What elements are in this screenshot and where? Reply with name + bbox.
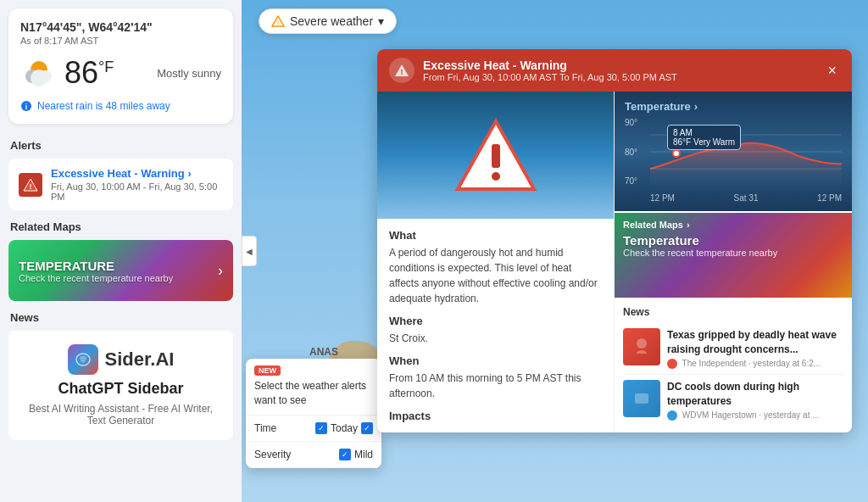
alert-triangle-svg: [453, 117, 538, 193]
weather-card: N17°44'45", W64°42'14" As of 8:17 AM AST…: [8, 8, 233, 124]
news-ad-section: Sider.AI ChatGPT Sidebar Best AI Writing…: [8, 331, 233, 440]
weather-icon: [20, 54, 58, 92]
alert-right-column: Temperature › 90° 80° 70°: [615, 92, 852, 432]
severe-weather-button[interactable]: ! Severe weather ▾: [259, 8, 397, 34]
chart-y-labels: 90° 80° 70°: [625, 118, 648, 186]
svg-point-16: [673, 150, 680, 157]
sider-brain-icon: [68, 344, 98, 375]
news-headline-1: Texas gripped by deadly heat wave raisin…: [667, 328, 843, 357]
filter-severity-label: Severity: [254, 449, 291, 460]
temp-map-arrow: ›: [218, 262, 223, 280]
weather-description: Mostly sunny: [157, 67, 221, 80]
temp-map-desc: Check the recent temperature nearby: [19, 273, 173, 283]
what-label: What: [389, 229, 602, 242]
filter-today-checkbox-2[interactable]: ✓: [361, 422, 373, 434]
filter-time-label: Time: [254, 422, 276, 434]
alert-image: [377, 92, 614, 219]
temp-chart-card[interactable]: Temperature › 90° 80° 70°: [615, 92, 852, 211]
alert-date: Fri, Aug 30, 10:00 AM - Fri, Aug 30, 5:0…: [51, 181, 223, 202]
temp-chart-title: Temperature ›: [625, 100, 842, 113]
chart-area: 90° 80° 70°: [625, 118, 842, 203]
sider-ad[interactable]: Sider.AI ChatGPT Sidebar Best AI Writing…: [8, 331, 233, 440]
where-label: Where: [389, 315, 602, 327]
svg-point-20: [637, 338, 647, 349]
related-map-title: Temperature: [623, 233, 843, 248]
sidebar: N17°44'45", W64°42'14" As of 8:17 AM AST…: [0, 0, 242, 502]
filter-today-checkbox[interactable]: ✓: [315, 422, 327, 434]
tooltip-temp: 86°F Very Warm: [673, 137, 735, 147]
chevron-down-icon: ▾: [378, 14, 384, 28]
svg-point-15: [492, 172, 500, 181]
news-thumb-1: [623, 328, 660, 365]
news-label: News: [0, 304, 242, 327]
where-text: St Croix.: [389, 331, 602, 346]
svg-rect-14: [492, 144, 500, 168]
news-text-2: DC cools down during high temperatures W…: [667, 380, 843, 421]
rain-info-icon: i: [20, 100, 32, 112]
news-thumb-2: [623, 380, 660, 417]
news-item-2[interactable]: DC cools down during high temperatures W…: [623, 375, 843, 426]
when-text: From 10 AM this morning to 5 PM AST this…: [389, 371, 602, 401]
temp-map-title: TEMPERATURE: [19, 259, 173, 273]
map-area[interactable]: ! Severe weather ▾ ANAS ◀ ! Excessive He…: [242, 0, 868, 502]
sider-desc: Best AI Writing Assistant - Free AI Writ…: [22, 403, 220, 427]
news-source-icon-1: [667, 359, 677, 369]
news-card: News Texas gripped by deadly heat wave r…: [615, 299, 852, 432]
alert-title: Excessive Heat - Warning ›: [51, 167, 223, 180]
sider-tagline: ChatGPT Sidebar: [22, 380, 220, 398]
when-label: When: [389, 354, 602, 367]
sider-logo: Sider.AI: [22, 344, 220, 375]
chart-x-labels: 12 PM Sat 31 12 PM: [650, 193, 842, 203]
collapse-icon: ◀: [246, 247, 253, 256]
map-collapse-button[interactable]: ◀: [242, 236, 257, 266]
chart-tooltip: 8 AM 86°F Very Warm: [667, 125, 741, 150]
related-maps-label: Related Maps: [0, 214, 242, 237]
news-source-1: The Independent · yesterday at 6:2...: [667, 359, 843, 369]
alert-panel-title: Excessive Heat - Warning: [423, 59, 677, 72]
news-source-icon-2: [667, 410, 677, 421]
related-maps-card[interactable]: Related Maps › Temperature Check the rec…: [615, 213, 852, 298]
temp-map-overlay: TEMPERATURE Check the recent temperature…: [8, 240, 233, 301]
alert-text: Excessive Heat - Warning › Fri, Aug 30, …: [51, 167, 223, 202]
warning-icon: !: [271, 15, 285, 27]
filter-time-row[interactable]: Time ✓ Today ✓: [246, 416, 381, 442]
news-headline-2: DC cools down during high temperatures: [667, 380, 843, 409]
filter-new-badge: NEW: [254, 365, 281, 376]
alert-panel: ! Excessive Heat - Warning From Fri, Aug…: [377, 49, 852, 432]
svg-text:!: !: [401, 68, 403, 76]
filter-title: Select the weather alerts want to see: [246, 379, 381, 415]
svg-rect-21: [635, 393, 648, 404]
news-item[interactable]: Texas gripped by deadly heat wave raisin…: [623, 323, 843, 375]
filter-mild-checkbox[interactable]: ✓: [339, 449, 351, 460]
alert-warning-icon: !: [19, 173, 42, 197]
chart-svg-area: 8 AM 86°F Very Warm: [650, 118, 842, 186]
severe-weather-label: Severe weather: [290, 14, 373, 28]
weather-time: As of 8:17 AM AST: [20, 36, 221, 46]
temperature-map-card[interactable]: TEMPERATURE Check the recent temperature…: [8, 240, 233, 301]
related-map-desc: Check the recent temperature nearby: [623, 248, 843, 258]
svg-text:!: !: [30, 182, 32, 191]
impacts-label: Impacts: [389, 410, 602, 422]
filter-today-label: Today: [331, 422, 358, 434]
tooltip-time: 8 AM: [673, 128, 735, 137]
coords: N17°44'45", W64°42'14": [20, 20, 221, 34]
temperature: 86°F: [64, 55, 114, 91]
alert-panel-header: ! Excessive Heat - Warning From Fri, Aug…: [377, 49, 852, 92]
alert-close-button[interactable]: ×: [824, 59, 840, 83]
rain-notice: i Nearest rain is 48 miles away: [20, 100, 221, 112]
island-label: ANAS: [309, 346, 338, 358]
related-map-overlay: Related Maps › Temperature Check the rec…: [615, 213, 852, 298]
alerts-label: Alerts: [0, 132, 242, 155]
alert-left-column: What A period of dangerously hot and hum…: [377, 92, 615, 432]
what-text: A period of dangerously hot and humid co…: [389, 245, 602, 306]
filter-severity-row[interactable]: Severity ✓ Mild: [246, 442, 381, 468]
alert-header-text: Excessive Heat - Warning From Fri, Aug 3…: [423, 59, 677, 82]
alert-panel-subtitle: From Fri, Aug 30, 10:00 AM AST To Fri, A…: [423, 72, 677, 82]
brain-svg: [73, 349, 93, 370]
temp-chart-arrow: ›: [694, 100, 698, 113]
svg-text:i: i: [25, 103, 28, 111]
related-maps-tag: Related Maps ›: [623, 220, 843, 230]
news-text-1: Texas gripped by deadly heat wave raisin…: [667, 328, 843, 369]
alert-header-icon: !: [389, 58, 415, 83]
alert-item[interactable]: ! Excessive Heat - Warning › Fri, Aug 30…: [8, 159, 233, 210]
